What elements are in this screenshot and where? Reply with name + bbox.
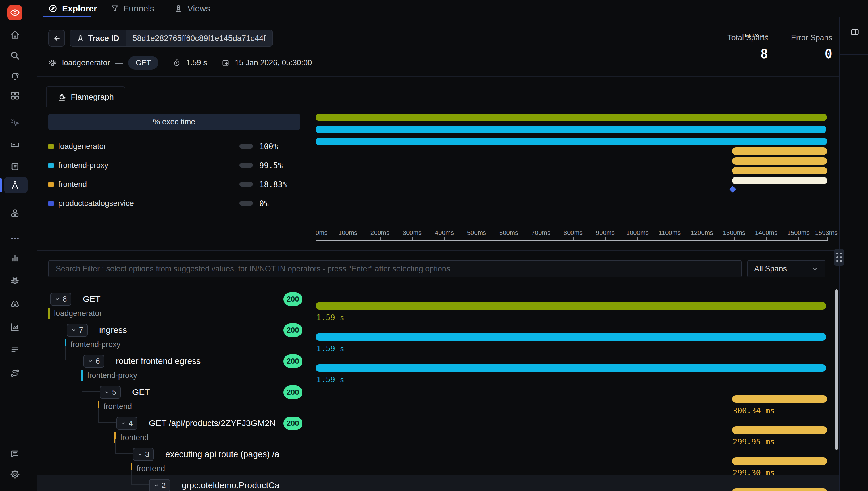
exec-time-header: % exec time bbox=[48, 114, 300, 130]
legend-name: productcatalogservice bbox=[58, 199, 134, 208]
flamegraph-span-bar[interactable] bbox=[316, 126, 826, 133]
collapse-toggle[interactable]: 6 bbox=[83, 355, 104, 368]
span-list: 8 GET 200 loadgenerator 7 ingress 200 fr… bbox=[37, 278, 839, 491]
tab-label: Funnels bbox=[124, 4, 154, 13]
axis-tick-label: 900ms bbox=[596, 229, 615, 237]
waterfall-bar[interactable] bbox=[732, 488, 828, 491]
axis-tick-label: 800ms bbox=[564, 229, 582, 237]
legend-row-productcatalogservice[interactable]: productcatalogservice 0% bbox=[48, 198, 300, 208]
flamegraph-span-bar[interactable] bbox=[732, 177, 828, 184]
legend-swatch bbox=[48, 201, 54, 206]
span-duration: 299.30 ms bbox=[732, 468, 775, 477]
binoculars-icon[interactable] bbox=[10, 299, 20, 309]
waterfall-bar[interactable] bbox=[316, 364, 826, 372]
legend-row-frontend-proxy[interactable]: frontend-proxy 99.5% bbox=[48, 161, 300, 170]
settings-gear-icon[interactable] bbox=[10, 469, 20, 480]
stopwatch-icon bbox=[173, 59, 181, 67]
search-filter-input[interactable] bbox=[48, 260, 742, 278]
open-side-panel-icon[interactable] bbox=[850, 28, 859, 37]
span-service: frontend-proxy bbox=[81, 370, 137, 381]
span-duration: 299.95 ms bbox=[732, 437, 775, 446]
spans-filter-dropdown[interactable]: All Spans bbox=[747, 260, 826, 278]
waterfall-bar[interactable] bbox=[732, 426, 828, 434]
tab-flamegraph[interactable]: Flamegraph bbox=[46, 86, 125, 107]
service-workflow-icon bbox=[48, 58, 57, 67]
vertical-scrollbar[interactable] bbox=[835, 289, 838, 450]
tab-label: Views bbox=[187, 4, 210, 13]
tab-label: Explorer bbox=[62, 4, 97, 13]
collapse-toggle[interactable]: 8 bbox=[50, 293, 71, 306]
axis-tick-label: 1500ms bbox=[787, 229, 810, 237]
child-count: 8 bbox=[63, 295, 67, 304]
waterfall-bar[interactable] bbox=[732, 457, 828, 465]
tower-icon bbox=[174, 4, 183, 13]
trace-timestamp: 15 Jan 2026, 05:30:00 bbox=[235, 58, 312, 67]
dashboards-grid-icon[interactable] bbox=[10, 91, 20, 100]
legend-row-frontend[interactable]: frontend 18.83% bbox=[48, 179, 300, 189]
collapse-toggle[interactable]: 5 bbox=[100, 386, 121, 399]
flamegraph-span-marker[interactable] bbox=[729, 186, 736, 193]
legend-progress bbox=[239, 144, 253, 149]
traces-compass-icon[interactable] bbox=[10, 180, 20, 190]
home-icon[interactable] bbox=[10, 30, 20, 40]
sidebar-active-indicator bbox=[0, 178, 2, 192]
search-icon[interactable] bbox=[10, 51, 20, 60]
infrastructure-drive-icon[interactable] bbox=[10, 140, 20, 149]
legend-progress bbox=[239, 201, 253, 206]
flamegraph-span-bar[interactable] bbox=[732, 147, 828, 155]
funnel-icon bbox=[110, 4, 119, 13]
trace-id-label: Trace ID bbox=[88, 34, 119, 43]
flamegraph-span-bar[interactable] bbox=[732, 157, 828, 165]
panel-drag-handle[interactable] bbox=[834, 249, 844, 266]
legend-name: frontend bbox=[58, 180, 87, 189]
tab-explorer[interactable]: Explorer bbox=[48, 0, 97, 17]
legend-progress bbox=[239, 182, 253, 186]
back-button[interactable] bbox=[48, 30, 65, 47]
trace-id-chip[interactable]: Trace ID 58d1e282765ff60c89f1e145da71c44… bbox=[69, 30, 273, 47]
span-duration: 1.59 s bbox=[317, 313, 345, 322]
support-chat-icon[interactable] bbox=[10, 449, 20, 459]
click-events-cursor-icon[interactable] bbox=[10, 118, 20, 128]
span-service: frontend bbox=[114, 432, 149, 443]
tab-views[interactable]: Views bbox=[174, 0, 210, 17]
metrics-bars-icon[interactable] bbox=[10, 253, 20, 263]
right-rail bbox=[840, 17, 868, 491]
signoz-logo-icon[interactable] bbox=[7, 5, 23, 20]
legend-row-loadgenerator[interactable]: loadgenerator 100% bbox=[48, 141, 300, 151]
collapse-toggle[interactable]: 2 bbox=[149, 479, 170, 491]
axis-tick-label: 400ms bbox=[435, 229, 454, 237]
collapse-toggle[interactable]: 3 bbox=[133, 448, 154, 461]
logs-scroll-icon[interactable] bbox=[10, 162, 20, 172]
tab-funnels[interactable]: Funnels bbox=[110, 0, 154, 17]
axis-tick-label: 200ms bbox=[370, 229, 389, 237]
child-count: 4 bbox=[129, 419, 133, 428]
waterfall-bar[interactable] bbox=[316, 302, 826, 310]
flamegraph-tab-label: Flamegraph bbox=[71, 92, 114, 102]
exceptions-bug-icon[interactable] bbox=[10, 276, 20, 286]
legend-swatch bbox=[48, 182, 54, 187]
span-service: frontend-proxy bbox=[65, 339, 120, 350]
service-name: loadgenerator bbox=[62, 58, 110, 67]
legend-name: loadgenerator bbox=[58, 142, 106, 151]
flamegraph-span-bar[interactable] bbox=[732, 167, 828, 174]
waterfall-bar[interactable] bbox=[732, 395, 828, 403]
flamegraph-span-bar[interactable] bbox=[316, 114, 827, 121]
flamegraph-span-bar[interactable] bbox=[316, 138, 827, 145]
top-navigation: Explorer Funnels Views bbox=[37, 0, 868, 17]
more-options-icon[interactable] bbox=[10, 234, 20, 243]
span-name: GET bbox=[83, 294, 100, 304]
span-name: GET /api/products/2ZYFJ3GM2N bbox=[149, 418, 276, 428]
span-name: router frontend egress bbox=[116, 356, 201, 366]
pipelines-lines-icon[interactable] bbox=[10, 345, 20, 355]
alerts-bell-icon[interactable] bbox=[10, 71, 20, 81]
area-chart-icon[interactable] bbox=[10, 322, 20, 332]
routes-path-icon[interactable] bbox=[10, 368, 20, 378]
separator: — bbox=[115, 58, 123, 67]
axis-tick-label: 1100ms bbox=[659, 229, 681, 237]
messaging-queues-cubes-icon[interactable] bbox=[10, 208, 20, 218]
waterfall-bar[interactable] bbox=[316, 333, 826, 341]
legend-name: frontend-proxy bbox=[58, 161, 108, 170]
collapse-toggle[interactable]: 7 bbox=[67, 324, 88, 337]
axis-tick-label: 700ms bbox=[532, 229, 550, 237]
collapse-toggle[interactable]: 4 bbox=[116, 417, 138, 430]
